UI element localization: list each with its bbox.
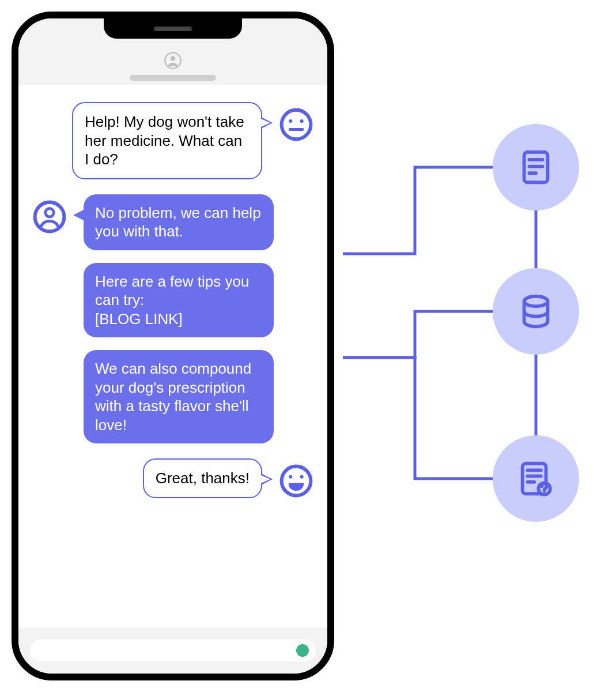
svg-point-3 [289, 119, 292, 123]
happy-face-icon [279, 464, 313, 498]
message-bubble: No problem, we can help you with that. [84, 194, 274, 250]
send-indicator-icon[interactable] [296, 644, 309, 657]
avatar-placeholder-icon [164, 52, 182, 69]
phone-input-bar [18, 627, 327, 674]
svg-point-8 [282, 467, 311, 496]
resource-node-document [493, 124, 579, 210]
message-bubble: Help! My dog won't take her medicine. Wh… [72, 102, 262, 179]
svg-point-2 [282, 110, 311, 140]
document-icon [516, 147, 556, 187]
svg-point-4 [300, 119, 304, 123]
svg-point-17 [524, 296, 548, 307]
svg-point-1 [171, 55, 176, 61]
database-icon [516, 291, 556, 332]
phone-notch [104, 18, 242, 39]
svg-point-23 [543, 491, 546, 494]
header-title-placeholder [130, 75, 216, 81]
chat-area: Help! My dog won't take her medicine. Wh… [18, 85, 327, 627]
resource-node-database [493, 268, 579, 355]
chat-message-user: Great, thanks! [33, 458, 313, 498]
svg-point-7 [46, 208, 54, 217]
bubble-tail [261, 473, 273, 485]
agent-avatar-icon [33, 200, 66, 234]
faq-icon [516, 458, 556, 499]
message-bubble: Great, thanks! [143, 458, 262, 498]
bubble-tail [261, 117, 273, 129]
message-bubble: We can also compound your dog's prescrip… [84, 350, 274, 443]
bubble-tail [73, 209, 85, 221]
svg-point-10 [300, 475, 304, 479]
neutral-face-icon [279, 108, 313, 141]
message-input[interactable] [30, 640, 316, 661]
chat-agent-group: No problem, we can help you with that. H… [33, 194, 313, 444]
phone-frame: Help! My dog won't take her medicine. Wh… [12, 12, 334, 680]
svg-point-9 [289, 475, 292, 479]
chat-message-user: Help! My dog won't take her medicine. Wh… [33, 102, 313, 179]
phone-speaker [154, 27, 192, 31]
resource-node-faq [493, 435, 579, 522]
message-bubble: Here are a few tips you can try: [BLOG L… [84, 263, 274, 338]
